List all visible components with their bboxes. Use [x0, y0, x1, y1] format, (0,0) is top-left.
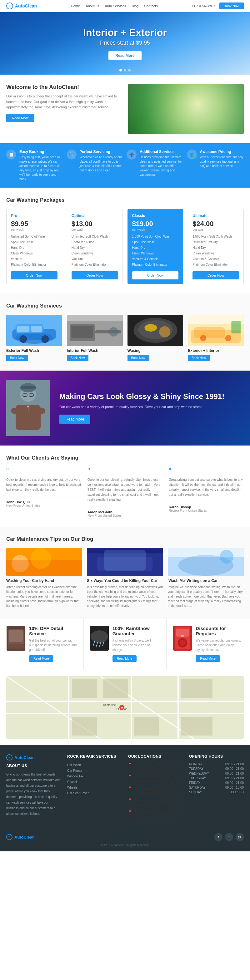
svg-rect-31 [20, 386, 36, 389]
hours-sunday: SUNDAY CLOSED [189, 791, 244, 794]
hero-dot-2[interactable] [124, 69, 126, 72]
footer-social: f t g+ [214, 833, 244, 841]
feature-item: Clean Windows [11, 251, 57, 256]
svg-point-25 [200, 335, 207, 341]
feature-item: Hand Dry [72, 245, 118, 251]
svg-text:Centerline: Centerline [103, 703, 116, 706]
promo-regulars-btn[interactable]: Read More [196, 655, 220, 662]
location-pin-icon-5: 📍 [128, 810, 132, 814]
testimonial-1-text: Quick to clean my car, drying and dry bu… [6, 477, 81, 492]
footer-service-item[interactable]: Car Wash [67, 762, 122, 768]
service-interior-wash-image [67, 315, 123, 346]
hero-subtitle: Prices start at $9.95 [83, 40, 167, 46]
nav-cta-button[interactable]: Book Now [220, 3, 244, 10]
nav-contacts[interactable]: Contacts [144, 4, 158, 8]
package-pro-name: Pro [11, 213, 57, 218]
feature-pricing-text: Awesome Pricing With our excellent care,… [200, 150, 244, 168]
feature-item: Vacuum & Console [132, 256, 179, 262]
hours-tuesday: TUESDAY 09:00 - 21:00 [189, 767, 244, 770]
nav-links: Home About us Auto Services Blog Contact… [71, 4, 158, 8]
nav-blog[interactable]: Blog [132, 4, 139, 8]
blog-grid: Washing Your Car by Hand After a recent … [6, 548, 244, 608]
package-pro-btn[interactable]: Order Now [11, 271, 57, 279]
svg-rect-36 [11, 408, 22, 414]
promo-rain-btn[interactable]: Read More [113, 655, 137, 662]
svg-rect-67 [181, 635, 184, 636]
testimonial-3-text: Great pricing from but also sure to what… [169, 477, 244, 497]
footer-service-item[interactable]: Car Repair [67, 768, 122, 774]
svg-rect-13 [71, 326, 93, 338]
promo-detail-text: Get the best out of your car with our sp… [29, 638, 77, 652]
hero-dot-3[interactable] [128, 69, 131, 72]
footer-bottom-logo: ⊙ AutoClean [6, 834, 35, 840]
package-optimal-name: Optimal [72, 213, 118, 218]
welcome-cta-button[interactable]: Read More [6, 114, 34, 122]
feature-booking-desc: Easy thing first, you'll need to make a … [19, 155, 64, 181]
footer-logo-icon: ⊙ [6, 754, 13, 760]
hours-monday-time: 09:00 - 21:00 [225, 762, 244, 766]
blog-post-2-title: Six Ways You Could be Killing Your Car [87, 579, 163, 583]
service-exterior-wash: Exterior Full Wash Book Now [6, 315, 62, 361]
footer-service-item[interactable]: Window Fix [67, 774, 122, 779]
nav-about[interactable]: About us [86, 4, 99, 8]
testimonial-1-author: John Doe Quu [6, 500, 81, 504]
package-ultimate-features: 1,500 Point Soft Cloth Wash Unlimited So… [193, 234, 239, 267]
package-optimal-price: $13.00 [72, 220, 118, 228]
testimonials-title: What Our Clients Are Saying [6, 455, 244, 461]
services-title: Car Washing Services [6, 303, 244, 309]
feature-servicing-text: Perfect Servicing Whenever we're already… [80, 150, 124, 173]
hours-friday-day: FRIDAY [189, 781, 200, 784]
promo-detail-icon [6, 626, 25, 651]
footer: ⊙ AutoClean ABOUT US Giving our clients … [0, 745, 250, 851]
promo-detail-btn[interactable]: Read More [29, 655, 53, 662]
package-optimal-btn[interactable]: Order Now [72, 271, 118, 279]
promo-cta-button[interactable]: Read More [59, 415, 90, 424]
service-interior-wash-btn[interactable]: Book Now [67, 355, 89, 361]
hours-thursday-time: 09:00 - 21:00 [225, 776, 244, 780]
facebook-icon[interactable]: f [214, 833, 223, 841]
blog-post-2-excerpt: It is absolutely proven, that depending … [87, 585, 163, 608]
nav-services[interactable]: Auto Services [105, 4, 126, 8]
svg-rect-82 [181, 717, 212, 735]
footer-service-item[interactable]: Car Seat Cover [67, 791, 122, 796]
footer-bottom: ⊙ AutoClean f t g+ [6, 828, 244, 841]
footer-service-item[interactable]: Wheels [67, 785, 122, 791]
hero-dot-1[interactable] [119, 69, 122, 72]
service-waxing-btn[interactable]: Book Now [127, 355, 150, 361]
package-ultimate-btn[interactable]: Order Now [193, 271, 239, 279]
footer-services-col: ROCK REPAIR SERVICES Car Wash Car Repair… [67, 754, 122, 822]
package-optimal-features: Unlimited Soft Cloth Wash Spot-Free Rins… [72, 234, 118, 267]
hours-monday: MONDAY 09:00 - 21:00 [189, 762, 244, 766]
promo-text: Making Cars Look Glossy & Shiny Since 19… [59, 392, 244, 424]
service-ext-int-btn[interactable]: Book Now [188, 355, 210, 361]
map-container[interactable]: Centerline St-Clean ★ [6, 676, 244, 739]
booking-icon: 📋 [6, 150, 16, 159]
footer-about-text: Giving our clients the best of quality a… [6, 772, 61, 817]
service-waxing: Waxing Book Now [127, 315, 183, 361]
promo-rain-icon [90, 626, 109, 651]
welcome-title: Welcome to the AutoClean! [6, 84, 122, 91]
promo-regulars-text: We value our regular customers. Come bac… [196, 638, 244, 652]
footer-location-4-text: 4511 S Lamar Blvd No. 04, Somewhere St 9… [134, 798, 183, 807]
package-classic-features: 1,000 Point Soft Cloth Wash Spot-Free Ri… [132, 234, 179, 267]
svg-rect-24 [194, 327, 225, 338]
promo-regulars-title: Discounts for Regulars [196, 626, 244, 636]
service-exterior-wash-name: Exterior Full Wash [6, 348, 62, 353]
twitter-icon[interactable]: t [225, 833, 233, 841]
promo-detail-content: 10% OFF Detail Service Get the best out … [29, 626, 77, 662]
location-pin-icon-2: 📍 [128, 775, 132, 778]
nav-home[interactable]: Home [71, 4, 80, 8]
service-exterior-wash-btn[interactable]: Book Now [6, 355, 28, 361]
packages-grid: Pro $9.95 per wash Unlimited Soft Cloth … [6, 209, 244, 284]
google-plus-icon[interactable]: g+ [236, 833, 244, 841]
service-ext-int-image [188, 315, 244, 346]
footer-bottom-logo-icon: ⊙ [6, 834, 13, 840]
hero-cta-button[interactable]: Read More [108, 51, 141, 60]
navigation: ⊙ AutoClean Home About us Auto Services … [0, 0, 250, 12]
nav-logo[interactable]: ⊙ AutoClean [6, 3, 37, 10]
package-classic-btn[interactable]: Order Now [132, 271, 179, 279]
blog-section: Car Maintenance Tips on Our Blog Washing… [0, 527, 250, 617]
feature-item: Hand Dry [132, 245, 179, 251]
footer-service-item[interactable]: Chassis [67, 779, 122, 785]
footer-bottom-logo-text: AutoClean [14, 835, 35, 840]
